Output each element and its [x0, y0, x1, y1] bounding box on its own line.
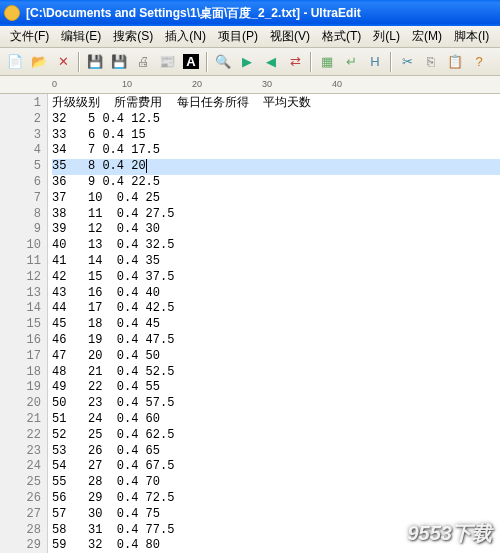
menu-5[interactable]: 视图(V)	[264, 26, 316, 47]
wrap-icon[interactable]: ↵	[340, 51, 362, 73]
line-number: 26	[2, 491, 41, 507]
editor-line[interactable]: 49 22 0.4 55	[52, 380, 500, 396]
line-number: 15	[2, 317, 41, 333]
line-number: 16	[2, 333, 41, 349]
menu-1[interactable]: 编辑(E)	[55, 26, 107, 47]
line-number: 20	[2, 396, 41, 412]
find-next-icon[interactable]: ▶	[236, 51, 258, 73]
editor-line[interactable]: 39 12 0.4 30	[52, 222, 500, 238]
line-number: 21	[2, 412, 41, 428]
line-number: 11	[2, 254, 41, 270]
text-editor[interactable]: 升级级别 所需费用 每日任务所得 平均天数32 5 0.4 12.533 6 0…	[48, 94, 500, 553]
editor-line[interactable]: 41 14 0.4 35	[52, 254, 500, 270]
editor-line[interactable]: 43 16 0.4 40	[52, 286, 500, 302]
cut-icon[interactable]: ✂	[396, 51, 418, 73]
line-number: 22	[2, 428, 41, 444]
line-number: 2	[2, 112, 41, 128]
editor-line[interactable]: 53 26 0.4 65	[52, 444, 500, 460]
editor-line[interactable]: 38 11 0.4 27.5	[52, 207, 500, 223]
editor-line[interactable]: 42 15 0.4 37.5	[52, 270, 500, 286]
paste-icon[interactable]: 📋	[444, 51, 466, 73]
save-icon[interactable]: 💾	[84, 51, 106, 73]
toolbar-separator	[390, 52, 392, 72]
editor-line[interactable]: 40 13 0.4 32.5	[52, 238, 500, 254]
editor-line[interactable]: 48 21 0.4 52.5	[52, 365, 500, 381]
editor-line[interactable]: 52 25 0.4 62.5	[52, 428, 500, 444]
editor-line[interactable]: 32 5 0.4 12.5	[52, 112, 500, 128]
menu-2[interactable]: 搜索(S)	[107, 26, 159, 47]
editor-line[interactable]: 50 23 0.4 57.5	[52, 396, 500, 412]
menu-8[interactable]: 宏(M)	[406, 26, 448, 47]
line-number: 13	[2, 286, 41, 302]
ruler-mark: 30	[262, 79, 272, 89]
open-folder-icon[interactable]: 📂	[28, 51, 50, 73]
window-title: [C:\Documents and Settings\1\桌面\百度_2_2.t…	[26, 5, 496, 22]
toolbar-separator	[78, 52, 80, 72]
line-number: 23	[2, 444, 41, 460]
line-number: 28	[2, 523, 41, 539]
editor-line[interactable]: 44 17 0.4 42.5	[52, 301, 500, 317]
editor-line[interactable]: 47 20 0.4 50	[52, 349, 500, 365]
editor-line[interactable]: 57 30 0.4 75	[52, 507, 500, 523]
toolbar-separator	[206, 52, 208, 72]
line-number: 25	[2, 475, 41, 491]
editor-line[interactable]: 46 19 0.4 47.5	[52, 333, 500, 349]
mark-icon[interactable]: A	[180, 51, 202, 73]
replace-icon[interactable]: ⇄	[284, 51, 306, 73]
menu-7[interactable]: 列(L)	[367, 26, 406, 47]
line-number: 17	[2, 349, 41, 365]
editor-line[interactable]: 56 29 0.4 72.5	[52, 491, 500, 507]
print-preview-icon[interactable]: 📰	[156, 51, 178, 73]
ruler-mark: 40	[332, 79, 342, 89]
menu-9[interactable]: 脚本(I)	[448, 26, 495, 47]
line-number: 27	[2, 507, 41, 523]
editor-area: 1234567891011121314151617181920212223242…	[0, 94, 500, 553]
text-caret	[146, 159, 147, 173]
line-number: 12	[2, 270, 41, 286]
find-icon[interactable]: 🔍	[212, 51, 234, 73]
help-icon[interactable]: ?	[468, 51, 490, 73]
menu-6[interactable]: 格式(T)	[316, 26, 367, 47]
editor-line[interactable]: 升级级别 所需费用 每日任务所得 平均天数	[52, 96, 500, 112]
menubar: 文件(F)编辑(E)搜索(S)插入(N)项目(P)视图(V)格式(T)列(L)宏…	[0, 26, 500, 48]
line-number: 3	[2, 128, 41, 144]
close-icon[interactable]: ✕	[52, 51, 74, 73]
find-prev-icon[interactable]: ◀	[260, 51, 282, 73]
editor-line[interactable]: 58 31 0.4 77.5	[52, 523, 500, 539]
line-number: 7	[2, 191, 41, 207]
editor-line[interactable]: 54 27 0.4 67.5	[52, 459, 500, 475]
editor-line[interactable]: 34 7 0.4 17.5	[52, 143, 500, 159]
ruler-mark: 10	[122, 79, 132, 89]
editor-line[interactable]: 37 10 0.4 25	[52, 191, 500, 207]
print-icon[interactable]: 🖨	[132, 51, 154, 73]
line-number: 5	[2, 159, 41, 175]
editor-line[interactable]: 55 28 0.4 70	[52, 475, 500, 491]
menu-4[interactable]: 项目(P)	[212, 26, 264, 47]
ruler: 010203040	[0, 76, 500, 94]
line-number: 6	[2, 175, 41, 191]
editor-line[interactable]: 33 6 0.4 15	[52, 128, 500, 144]
line-number: 10	[2, 238, 41, 254]
new-file-icon[interactable]: 📄	[4, 51, 26, 73]
toolbar: 📄📂✕💾💾🖨📰A🔍▶◀⇄▦↵H✂⎘📋?	[0, 48, 500, 76]
titlebar: [C:\Documents and Settings\1\桌面\百度_2_2.t…	[0, 0, 500, 26]
editor-line[interactable]: 45 18 0.4 45	[52, 317, 500, 333]
editor-line[interactable]: 51 24 0.4 60	[52, 412, 500, 428]
ruler-mark: 0	[52, 79, 57, 89]
menu-0[interactable]: 文件(F)	[4, 26, 55, 47]
line-number: 24	[2, 459, 41, 475]
line-number: 9	[2, 222, 41, 238]
column-mode-icon[interactable]: ▦	[316, 51, 338, 73]
editor-line[interactable]: 36 9 0.4 22.5	[52, 175, 500, 191]
editor-line[interactable]: 59 32 0.4 80	[52, 538, 500, 553]
line-number-gutter: 1234567891011121314151617181920212223242…	[0, 94, 48, 553]
ruler-mark: 20	[192, 79, 202, 89]
copy-icon[interactable]: ⎘	[420, 51, 442, 73]
toolbar-separator	[310, 52, 312, 72]
line-number: 19	[2, 380, 41, 396]
line-number: 8	[2, 207, 41, 223]
editor-line[interactable]: 35 8 0.4 20	[52, 159, 500, 175]
hex-icon[interactable]: H	[364, 51, 386, 73]
save-all-icon[interactable]: 💾	[108, 51, 130, 73]
menu-3[interactable]: 插入(N)	[159, 26, 212, 47]
